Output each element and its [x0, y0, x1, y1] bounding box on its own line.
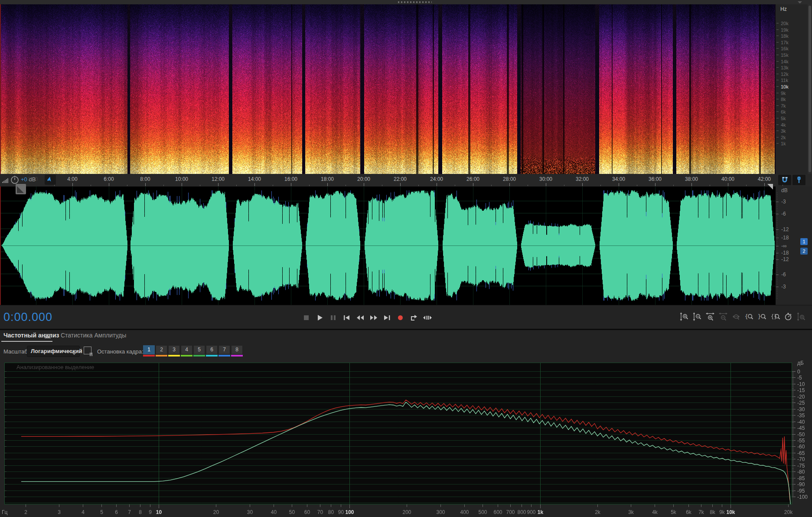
ruler-major-tick	[437, 183, 437, 186]
hold-button-2[interactable]: 2	[156, 345, 167, 354]
waveform-corner-triangle-icon[interactable]	[767, 184, 773, 190]
waveform-view[interactable]	[0, 187, 776, 305]
hold-color-bar	[168, 355, 180, 357]
ruler-minor-tick	[564, 185, 564, 186]
hold-color-bar	[206, 355, 218, 357]
timer-button[interactable]	[783, 312, 793, 322]
play-button[interactable]	[315, 313, 325, 322]
ruler-major-tick	[619, 183, 619, 186]
db-axis-tick	[776, 287, 779, 287]
db-axis-minor-ticks	[777, 193, 777, 300]
magnet-snap-button[interactable]	[778, 175, 791, 185]
svg-text:}: }	[758, 314, 761, 320]
rewind-button[interactable]	[355, 313, 365, 322]
ruler-major-tick	[254, 183, 255, 186]
hold-color-bar	[181, 355, 192, 357]
timeline-ruler[interactable]: 2:00 +0 dB 4:006:008:0010:0012:0014:0016…	[0, 174, 812, 187]
scale-select[interactable]: Логарифмический	[27, 346, 80, 357]
hz-axis-label: 5k	[781, 116, 786, 121]
hold-button-8[interactable]: 8	[231, 345, 243, 354]
ruler-major-tick	[691, 183, 692, 186]
hold-button-4[interactable]: 4	[181, 345, 192, 354]
zoom-amplitude-button[interactable]	[796, 312, 806, 322]
waveform-corner-toggle-button[interactable]	[16, 184, 26, 194]
hold-label: Остановка кадра:	[97, 348, 143, 355]
hold-button-1[interactable]: 1	[143, 345, 155, 354]
fast-forward-button[interactable]	[369, 313, 378, 322]
hz-axis-label: 20k	[781, 21, 789, 26]
volume-adjust-value[interactable]: +0 dB	[21, 176, 36, 183]
scrollbar-thumb[interactable]	[809, 6, 811, 172]
ruler-minor-tick	[783, 185, 783, 186]
hz-tick	[776, 61, 779, 62]
channel-2-badge[interactable]: 2	[800, 248, 808, 255]
pin-marker-button[interactable]	[792, 175, 805, 185]
db-axis-label: -3	[781, 284, 786, 290]
ruler-time-label: 10:00	[175, 176, 188, 182]
zoom-reset-button[interactable]	[731, 312, 741, 322]
copy-graph-button[interactable]	[84, 347, 91, 354]
ruler-major-tick	[218, 183, 218, 186]
hold-button-3[interactable]: 3	[168, 345, 180, 354]
ruler-time-label: 40:00	[721, 176, 734, 182]
hz-axis-label: 2k	[781, 135, 786, 140]
hold-button-5[interactable]: 5	[193, 345, 205, 354]
levels-icon[interactable]	[2, 177, 10, 184]
spectrogram-view[interactable]	[0, 4, 776, 174]
hz-tick	[776, 86, 779, 87]
time-display[interactable]: 0:00.000	[3, 311, 52, 324]
hz-tick	[776, 105, 779, 106]
channel-1-badge[interactable]: 1	[800, 238, 808, 245]
hz-axis-label: 14k	[781, 59, 789, 64]
ruler-minor-tick	[528, 185, 528, 186]
ruler-time-label: 34:00	[612, 176, 625, 182]
tab-amplitude-statistics[interactable]: Статистика Амплитуды	[61, 332, 126, 339]
db-axis-tick	[776, 229, 779, 230]
zoom-out-horizontal-button[interactable]	[718, 312, 728, 322]
ruler-minor-tick	[127, 185, 127, 186]
panel-grip-icon[interactable]	[398, 1, 432, 3]
panel-menu-icon[interactable]	[45, 334, 51, 338]
hz-tick	[776, 23, 779, 23]
ruler-minor-tick	[346, 185, 346, 186]
db-axis-tick	[776, 238, 779, 238]
zoom-in-horizontal-button[interactable]	[705, 312, 715, 322]
ruler-major-tick	[764, 183, 765, 186]
ruler-time-label: 6:00	[104, 176, 114, 182]
db-axis-tick	[776, 202, 779, 202]
hz-axis-label: 1k	[781, 141, 786, 146]
ruler-minor-tick	[309, 185, 310, 186]
record-button[interactable]	[396, 313, 405, 322]
zoom-to-in-point-button[interactable]: {	[744, 312, 754, 322]
hz-tick	[776, 55, 779, 55]
stop-button[interactable]	[302, 313, 311, 322]
db-axis-label: -6	[781, 211, 786, 217]
hold-button-6[interactable]: 6	[206, 345, 218, 354]
ruler-time-label: 8:00	[140, 176, 150, 182]
skip-selection-button[interactable]	[423, 313, 432, 322]
hz-axis-label: 18k	[781, 33, 789, 39]
hz-axis-label: 8k	[781, 97, 786, 102]
tab-frequency-analysis[interactable]: Частотный анализ	[3, 332, 59, 339]
vertical-scrollbar[interactable]	[808, 4, 812, 174]
zoom-in-vertical-button[interactable]	[679, 312, 689, 322]
zoom-to-out-point-button[interactable]: }	[757, 312, 767, 322]
clock-icon[interactable]	[10, 176, 19, 184]
hz-tick	[776, 137, 779, 137]
cursor-arrow-button[interactable]	[45, 175, 56, 185]
skip-to-start-button[interactable]	[342, 313, 352, 322]
ruler-time-label: 30:00	[539, 176, 552, 182]
zoom-out-vertical-button[interactable]	[692, 312, 702, 322]
ruler-minor-tick	[273, 185, 273, 186]
panel-menu-triangle-icon[interactable]	[798, 1, 802, 3]
zoom-to-selection-button[interactable]: {}	[770, 312, 780, 322]
hz-tick	[776, 111, 779, 112]
loop-playback-button[interactable]	[409, 313, 419, 322]
pause-button[interactable]	[329, 313, 338, 322]
skip-to-end-button[interactable]	[382, 313, 392, 322]
hold-button-7[interactable]: 7	[218, 345, 230, 354]
panel-tab-bar: Частотный анализ Статистика Амплитуды	[0, 330, 812, 342]
db-axis-label: -6	[781, 272, 786, 278]
hz-axis-label: 6k	[781, 109, 786, 115]
hz-axis-label: 3k	[781, 128, 786, 134]
